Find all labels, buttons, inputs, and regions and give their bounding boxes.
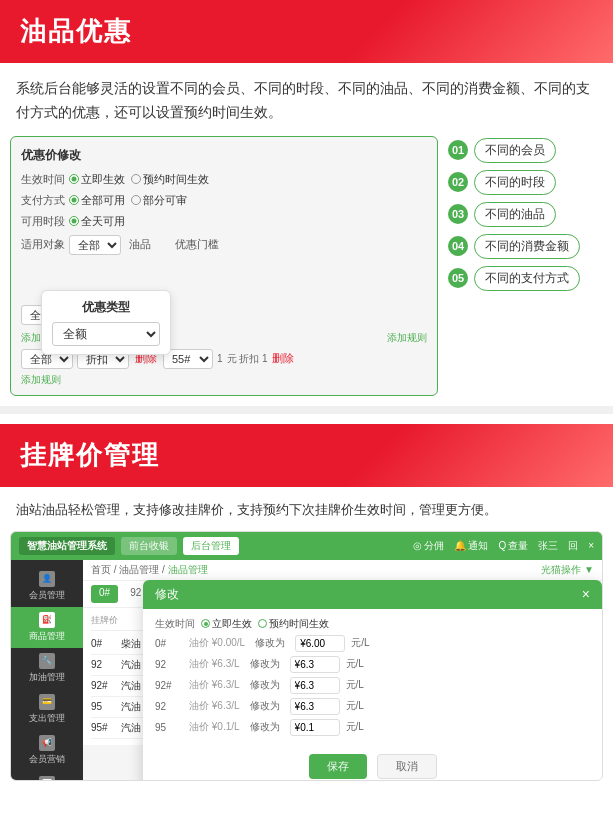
oil-95: 95 bbox=[91, 701, 121, 712]
action-notify[interactable]: 🔔 通知 bbox=[454, 539, 488, 553]
dialog-save-btn[interactable]: 保存 bbox=[309, 754, 367, 779]
oil-92: 92 bbox=[91, 659, 121, 670]
discount-type-select[interactable]: 全额 折扣 立减 bbox=[52, 322, 160, 346]
feature-item-5: 05 不同的支付方式 bbox=[448, 266, 603, 291]
dialog-radio-scheduled[interactable]: 预约时间生效 bbox=[258, 617, 329, 631]
sidebar-label-fueling: 加油管理 bbox=[29, 671, 65, 684]
sidebar-item-goods[interactable]: ⛽ 商品管理 bbox=[11, 607, 83, 648]
action-user: 张三 bbox=[538, 539, 558, 553]
dinput-95[interactable] bbox=[290, 719, 340, 736]
membership-icon: 👤 bbox=[39, 571, 55, 587]
app-body: 👤 会员管理 ⛽ 商品管理 🔧 加油管理 💳 支出管理 📢 会员营销 📊 bbox=[11, 560, 602, 780]
feature-num-4: 04 bbox=[448, 236, 468, 256]
radio-dot-all bbox=[69, 195, 79, 205]
section2-desc: 油站油品轻松管理，支持修改挂牌价，支持预约下次挂牌价生效时间，管理更方便。 bbox=[0, 487, 613, 531]
radio-scheduled[interactable]: 预约时间生效 bbox=[131, 172, 209, 187]
available-time-label: 可用时段 bbox=[21, 214, 65, 229]
dialog-cancel-btn[interactable]: 取消 bbox=[377, 754, 437, 779]
apply-target-select[interactable]: 全部 bbox=[69, 235, 121, 255]
add-rule-link-2[interactable]: 添加规则 bbox=[21, 373, 427, 387]
action-close[interactable]: × bbox=[588, 540, 594, 551]
section1-content: 优惠价修改 生效时间 立即生效 预约时间生效 支付方式 全部可用 bbox=[0, 136, 613, 406]
radio-dot-immediate bbox=[69, 174, 79, 184]
feature-item-1: 01 不同的会员 bbox=[448, 138, 603, 163]
sidebar-item-expense[interactable]: 💳 支出管理 bbox=[11, 689, 83, 730]
discount-panel-title: 优惠价修改 bbox=[21, 147, 427, 164]
oil-select-2[interactable]: 55# bbox=[163, 349, 213, 369]
dold-92: 油价 ¥6.3/L bbox=[189, 657, 240, 671]
radio-dot-partial bbox=[131, 195, 141, 205]
dialog-price-row-2: 92 油价 ¥6.3/L 修改为 元/L bbox=[155, 656, 590, 673]
effective-time-row: 生效时间 立即生效 预约时间生效 bbox=[21, 172, 427, 187]
query-icon: Q bbox=[498, 540, 506, 551]
action-query[interactable]: Q 查量 bbox=[498, 539, 528, 553]
topbar-actions: ◎ 分佣 🔔 通知 Q 查量 张三 回 × bbox=[413, 539, 594, 553]
dialog-radio-immediate[interactable]: 立即生效 bbox=[201, 617, 252, 631]
fueling-icon: 🔧 bbox=[39, 653, 55, 669]
effective-time-label: 生效时间 bbox=[21, 172, 65, 187]
dinput-0[interactable] bbox=[295, 635, 345, 652]
goods-icon: ⛽ bbox=[39, 612, 55, 628]
radio-allday[interactable]: 全天可用 bbox=[69, 214, 125, 229]
dlabel-92s: 92# bbox=[155, 680, 183, 691]
report-icon: 📊 bbox=[39, 776, 55, 781]
oil-92s: 92# bbox=[91, 680, 121, 691]
radio-scheduled-dot bbox=[258, 619, 267, 628]
add-rule-link[interactable]: 添加规则 bbox=[387, 331, 427, 345]
dialog-header: 修改 × bbox=[143, 580, 602, 609]
oil-0: 0# bbox=[91, 638, 121, 649]
radio-all-payment[interactable]: 全部可用 bbox=[69, 193, 125, 208]
feature-text-3: 不同的油品 bbox=[474, 202, 556, 227]
dold-92b: 油价 ¥6.3/L bbox=[189, 699, 240, 713]
dold-0: 油价 ¥0.00/L bbox=[189, 636, 245, 650]
dunit-0: 元/L bbox=[351, 636, 369, 650]
dinput-92[interactable] bbox=[290, 656, 340, 673]
sidebar-label-goods: 商品管理 bbox=[29, 630, 65, 643]
section2-title: 挂牌价管理 bbox=[20, 438, 160, 473]
section2-header: 挂牌价管理 bbox=[0, 424, 613, 487]
feature-text-2: 不同的时段 bbox=[474, 170, 556, 195]
action-commission[interactable]: ◎ 分佣 bbox=[413, 539, 444, 553]
popup-title: 优惠类型 bbox=[52, 299, 160, 316]
apply-target-row: 适用对象 全部 油品 优惠门槛 bbox=[21, 235, 427, 255]
dlabel-0: 0# bbox=[155, 638, 183, 649]
sidebar-item-report[interactable]: 📊 报表管理 bbox=[11, 771, 83, 781]
breadcrumb-text: 首页 / 油品管理 / bbox=[91, 564, 165, 575]
dlabel-92b: 92 bbox=[155, 701, 183, 712]
dunit-92s: 元/L bbox=[346, 678, 364, 692]
expense-icon: 💳 bbox=[39, 694, 55, 710]
payment-method-radios: 全部可用 部分可审 bbox=[69, 193, 187, 208]
sidebar-item-marketing[interactable]: 📢 会员营销 bbox=[11, 730, 83, 771]
commission-icon: ◎ bbox=[413, 540, 422, 551]
features-list: 01 不同的会员 02 不同的时段 03 不同的油品 04 不同的消费金额 05… bbox=[448, 136, 603, 396]
sidebar-item-membership[interactable]: 👤 会员管理 bbox=[11, 566, 83, 607]
sidebar-label-expense: 支出管理 bbox=[29, 712, 65, 725]
sidebar-item-fueling[interactable]: 🔧 加油管理 bbox=[11, 648, 83, 689]
manage-action[interactable]: 光猫操作 ▼ bbox=[541, 563, 594, 577]
delete-btn-3[interactable]: 删除 bbox=[272, 351, 294, 366]
dialog-close-btn[interactable]: × bbox=[582, 586, 590, 602]
action-back[interactable]: 回 bbox=[568, 539, 578, 553]
radio-partial-payment[interactable]: 部分可审 bbox=[131, 193, 187, 208]
dialog-price-row-5: 95 油价 ¥0.1/L 修改为 元/L bbox=[155, 719, 590, 736]
tab-frontend[interactable]: 前台收银 bbox=[121, 537, 177, 555]
oil-95s: 95# bbox=[91, 722, 121, 733]
feature-item-4: 04 不同的消费金额 bbox=[448, 234, 603, 259]
available-time-row: 可用时段 全天可用 bbox=[21, 214, 427, 229]
feature-text-1: 不同的会员 bbox=[474, 138, 556, 163]
feature-item-3: 03 不同的油品 bbox=[448, 202, 603, 227]
dialog-price-row-4: 92 油价 ¥6.3/L 修改为 元/L bbox=[155, 698, 590, 715]
oil-label: 油品 bbox=[129, 237, 151, 252]
app-topbar: 智慧油站管理系统 前台收银 后台管理 ◎ 分佣 🔔 通知 Q 查量 张三 回 × bbox=[11, 532, 602, 560]
feature-num-5: 05 bbox=[448, 268, 468, 288]
radio-immediate[interactable]: 立即生效 bbox=[69, 172, 125, 187]
tab-backend[interactable]: 后台管理 bbox=[183, 537, 239, 555]
dinput-92b[interactable] bbox=[290, 698, 340, 715]
dinput-92s[interactable] bbox=[290, 677, 340, 694]
apply-target-label: 适用对象 bbox=[21, 237, 65, 252]
sidebar-label-membership: 会员管理 bbox=[29, 589, 65, 602]
discount-type-popup: 优惠类型 全额 折扣 立减 bbox=[41, 290, 171, 355]
app-logo-area: 智慧油站管理系统 bbox=[19, 537, 115, 555]
fuel-tab-0[interactable]: 0# bbox=[91, 585, 118, 603]
notify-icon: 🔔 bbox=[454, 540, 466, 551]
